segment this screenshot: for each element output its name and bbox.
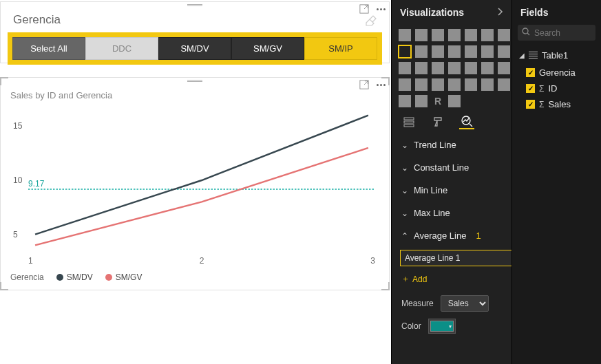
viz-scatter-icon[interactable]: [498, 45, 510, 58]
viz-stacked-bar-icon[interactable]: [399, 29, 411, 41]
line-chart-visual[interactable]: Sales by ID and Gerencia 15 10 5 9.17 1 …: [0, 77, 390, 290]
average-line-label: 9.17: [28, 179, 44, 189]
focus-mode-icon[interactable]: [359, 3, 370, 14]
y-tick-15: 15: [13, 121, 22, 131]
viz-arcgis-icon[interactable]: [498, 78, 510, 91]
add-average-line-button[interactable]: ＋ Add: [392, 269, 512, 292]
viz-area-chart-icon[interactable]: [415, 45, 428, 58]
fields-header[interactable]: Fields: [512, 0, 601, 25]
viz-gauge-icon[interactable]: [498, 62, 510, 74]
table-node-table1[interactable]: ◢ Table1: [512, 46, 601, 65]
legend-item-smgv[interactable]: SM/GV: [105, 272, 143, 282]
viz-kpi-icon[interactable]: [432, 78, 444, 91]
viz-line-chart-icon[interactable]: [399, 45, 411, 58]
viz-100-stacked-bar-icon[interactable]: [465, 29, 477, 41]
viz-treemap-icon[interactable]: [432, 62, 444, 74]
focus-mode-icon[interactable]: [359, 79, 370, 90]
viz-ribbon-icon[interactable]: [498, 29, 510, 41]
viz-clustered-column-icon[interactable]: [448, 29, 461, 41]
slicer-option-smip[interactable]: SM/IP: [304, 37, 377, 60]
viz-multirow-card-icon[interactable]: [415, 78, 428, 91]
viz-card-icon[interactable]: [399, 78, 411, 91]
field-id[interactable]: ✓ Σ ID: [512, 81, 601, 96]
viz-table-icon[interactable]: [465, 78, 477, 91]
viz-pie-icon[interactable]: [399, 62, 411, 74]
viz-100-stacked-column-icon[interactable]: [481, 29, 494, 41]
fields-search[interactable]: [518, 25, 595, 41]
visualizations-header[interactable]: Visualizations: [392, 0, 512, 25]
chevron-down-icon: ▾: [449, 323, 452, 330]
drag-handle-icon[interactable]: [187, 80, 202, 84]
viz-stacked-column-icon[interactable]: [415, 29, 428, 41]
viz-matrix-icon[interactable]: [481, 78, 494, 91]
field-sales[interactable]: ✓ Σ Sales: [512, 96, 601, 112]
checkbox-checked-icon[interactable]: ✓: [526, 68, 535, 77]
x-tick-2: 2: [200, 256, 204, 266]
tab-format-icon[interactable]: [430, 114, 445, 129]
x-tick-3: 3: [370, 256, 375, 266]
slicer-option-ddc[interactable]: DDC: [85, 37, 158, 60]
viz-import-custom-icon[interactable]: [448, 95, 461, 107]
measure-select[interactable]: Sales: [441, 295, 489, 312]
viz-map-icon[interactable]: [448, 62, 461, 74]
collapse-pane-icon[interactable]: [496, 7, 503, 18]
slicer-option-smdv[interactable]: SM/DV: [158, 37, 231, 60]
average-line-name-input[interactable]: [400, 250, 513, 266]
field-label-gerencia: Gerencia: [539, 67, 576, 78]
clear-selection-icon[interactable]: [364, 14, 377, 26]
viz-funnel-icon[interactable]: [481, 62, 494, 74]
slicer-select-all[interactable]: Select All: [12, 37, 85, 60]
viz-r-script-icon[interactable]: R: [432, 95, 444, 107]
svg-point-7: [523, 28, 528, 34]
fields-search-input[interactable]: [534, 28, 601, 38]
add-label: Add: [412, 275, 427, 284]
tab-analytics-icon[interactable]: [459, 114, 474, 129]
svg-rect-4: [404, 125, 414, 127]
accordion-trend-line[interactable]: ⌄ Trend Line: [392, 133, 512, 156]
svg-line-6: [470, 124, 472, 127]
more-options-icon[interactable]: [375, 79, 386, 90]
legend-item-smdv[interactable]: SM/DV: [56, 272, 93, 282]
checkbox-checked-icon[interactable]: ✓: [526, 100, 535, 109]
chart-plot-area: 15 10 5 9.17: [28, 105, 375, 256]
viz-key-influencers-icon[interactable]: [415, 95, 428, 107]
slicer-buttons: Select All DDC SM/DV SM/GV SM/IP: [8, 32, 382, 65]
legend-label-smgv: SM/GV: [116, 272, 143, 282]
expand-triangle-icon: ◢: [519, 52, 525, 59]
more-options-icon[interactable]: [375, 3, 386, 14]
constant-line-label: Constant Line: [414, 162, 469, 173]
field-gerencia[interactable]: ✓ Gerencia: [512, 65, 601, 81]
legend-swatch-smgv: [105, 274, 112, 281]
drag-handle-icon[interactable]: [187, 4, 202, 8]
fields-pane: Fields ◢ Table1 ✓ Gerencia ✓ Σ ID ✓ Σ Sa…: [512, 0, 601, 364]
average-line-count: 1: [476, 231, 481, 241]
viz-line-stacked-column-icon[interactable]: [448, 45, 461, 58]
visualization-gallery: R: [392, 25, 512, 109]
viz-waterfall-icon[interactable]: [481, 45, 494, 58]
slicer-option-smgv[interactable]: SM/GV: [231, 37, 304, 60]
viz-slicer-icon[interactable]: [448, 78, 461, 91]
color-picker[interactable]: ▾: [428, 319, 456, 334]
viz-stacked-area-icon[interactable]: [432, 45, 444, 58]
trend-line-label: Trend Line: [414, 140, 456, 150]
min-line-label: Min Line: [414, 185, 447, 195]
accordion-constant-line[interactable]: ⌄ Constant Line: [392, 156, 512, 179]
color-property-row: Color ▾: [392, 315, 512, 337]
viz-donut-icon[interactable]: [415, 62, 428, 74]
tab-fields-icon[interactable]: [401, 114, 417, 129]
viz-python-icon[interactable]: [399, 95, 411, 107]
field-label-id: ID: [548, 83, 557, 94]
slicer-visual[interactable]: Gerencia Select All DDC SM/DV SM/GV SM/I…: [0, 1, 390, 63]
viz-clustered-bar-icon[interactable]: [432, 29, 444, 41]
viz-line-clustered-column-icon[interactable]: [465, 45, 477, 58]
accordion-min-line[interactable]: ⌄ Min Line: [392, 179, 512, 202]
chart-svg: [28, 105, 375, 256]
average-line-item: ✕: [400, 250, 503, 266]
checkbox-checked-icon[interactable]: ✓: [526, 84, 535, 93]
viz-pane-tabs: [392, 109, 512, 133]
svg-line-8: [527, 33, 529, 35]
accordion-average-line[interactable]: ⌃ Average Line 1: [392, 224, 512, 247]
viz-filled-map-icon[interactable]: [465, 62, 477, 74]
search-icon: [522, 28, 530, 38]
accordion-max-line[interactable]: ⌄ Max Line: [392, 202, 512, 224]
